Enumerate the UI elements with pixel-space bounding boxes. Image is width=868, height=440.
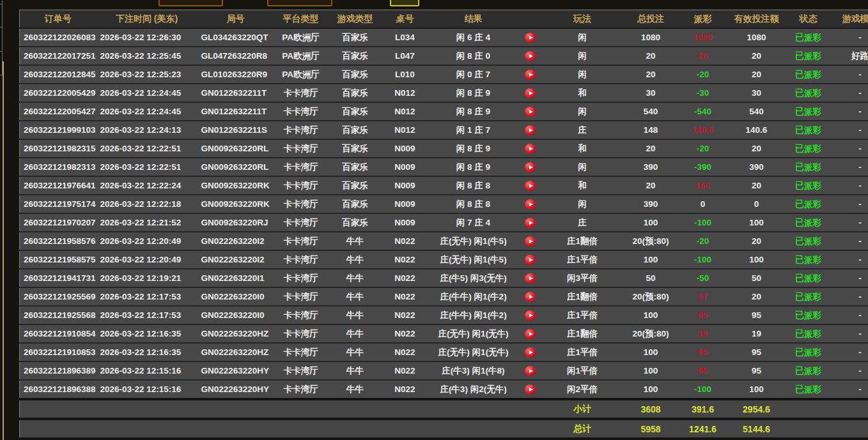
cell-replay (520, 28, 541, 47)
cell-replay (520, 176, 541, 195)
cell-platform: PA欧洲厅 (274, 65, 328, 84)
replay-play-button[interactable] (525, 162, 536, 172)
cell-table_no: N009 (383, 158, 428, 176)
replay-play-button[interactable] (525, 273, 536, 284)
cell-payout: 95 (678, 306, 728, 324)
cell-bet_time: 2026-03-22 12:15:16 (97, 380, 198, 399)
subtotal-row: 小计3608391.62954.6 (20, 399, 868, 419)
cell-status: 已派彩 (786, 306, 832, 324)
cell-status: 已派彩 (786, 361, 832, 380)
cell-game_type: 牛牛 (328, 343, 383, 361)
cell-game_type: 牛牛 (328, 269, 383, 287)
cell-status: 已派彩 (786, 195, 832, 213)
total-row-spacer-end (786, 419, 868, 439)
table-row: 2603221219417312026-03-22 12:19:21GN0222… (20, 269, 868, 287)
cell-payout: -20 (678, 65, 728, 84)
cell-platform: 卡卡湾厅 (274, 324, 328, 343)
top-button-fragment-active[interactable] (390, 0, 419, 6)
cell-order_id: 260322121982315 (20, 139, 97, 158)
cell-play: 庄 (541, 213, 624, 232)
cell-result: 庄(牛5) 闲3(无牛) (428, 269, 520, 287)
play-icon (529, 36, 533, 40)
cell-platform: PA欧洲厅 (274, 28, 328, 47)
cell-game_type: 百家乐 (328, 28, 383, 47)
cell-platform: 卡卡湾厅 (274, 343, 328, 361)
replay-play-button[interactable] (525, 88, 536, 98)
replay-play-button[interactable] (525, 144, 536, 154)
cell-round_id: GL047263220R8 (198, 47, 274, 65)
cell-order_id: 260322121976641 (20, 176, 97, 195)
cell-replay (520, 287, 541, 306)
cell-game_type: 百家乐 (328, 65, 383, 84)
col-header-game_mode: 游戏模式 (832, 10, 868, 29)
cell-game_type: 牛牛 (328, 306, 383, 324)
cell-result: 闲 1 庄 7 (428, 121, 520, 139)
cell-game_type: 百家乐 (328, 213, 383, 232)
replay-play-button[interactable] (525, 51, 536, 61)
replay-play-button[interactable] (525, 218, 536, 228)
cell-table_no: N022 (383, 324, 428, 343)
replay-play-button[interactable] (525, 70, 536, 80)
cell-replay (520, 84, 541, 102)
cell-valid_bet: 100 (728, 213, 786, 232)
replay-play-button[interactable] (525, 125, 536, 135)
cell-bet_time: 2026-03-22 12:16:35 (97, 324, 198, 343)
cell-payout: -100 (678, 250, 728, 269)
replay-play-button[interactable] (525, 255, 536, 265)
cell-total_bet: 148 (624, 121, 678, 139)
cell-round_id: GN022263220I0 (198, 287, 274, 306)
cell-play: 庄1翻倍 (541, 287, 624, 306)
cell-play: 闲3平倍 (541, 269, 624, 287)
cell-play: 闲1平倍 (541, 361, 624, 380)
replay-play-button[interactable] (525, 199, 536, 209)
cell-payout: 140.6 (678, 121, 728, 139)
replay-play-button[interactable] (525, 181, 536, 191)
cell-play: 闲 (541, 47, 624, 65)
cell-round_id: GN022263220HZ (198, 343, 274, 361)
cell-order_id: 260322121982313 (20, 158, 97, 176)
top-button-fragment-2[interactable] (267, 0, 332, 6)
cell-result: 闲 8 庄 9 (428, 158, 520, 176)
cell-game_mode: - (832, 176, 868, 195)
cell-bet_time: 2026-03-22 12:26:30 (97, 28, 198, 47)
table-row: 2603221219766412026-03-22 12:22:24GN0092… (20, 176, 868, 195)
replay-play-button[interactable] (525, 366, 536, 376)
cell-status: 已派彩 (786, 139, 832, 158)
replay-play-button[interactable] (525, 310, 536, 321)
replay-play-button[interactable] (525, 292, 536, 302)
top-button-fragment-1[interactable] (159, 0, 223, 6)
cell-round_id: GN009263220RJ (198, 213, 274, 232)
replay-play-button[interactable] (525, 329, 536, 339)
play-icon (529, 165, 533, 169)
cell-bet_time: 2026-03-22 12:24:45 (97, 84, 198, 102)
cell-order_id: 260322122012845 (20, 65, 97, 84)
col-header-round_id: 局号 (198, 10, 274, 29)
total-row-spacer-end (786, 399, 868, 419)
cell-play: 闲 (541, 28, 624, 47)
cell-valid_bet: 19 (728, 324, 786, 343)
col-header-order_id: 订单号 (20, 10, 97, 29)
cell-round_id: GN0122632211S (198, 121, 274, 139)
cell-table_no: N009 (383, 213, 428, 232)
replay-play-button[interactable] (525, 236, 536, 247)
cell-order_id: 260322121925569 (20, 287, 97, 306)
cell-platform: 卡卡湾厅 (274, 213, 328, 232)
table-row: 2603221218963882026-03-22 12:15:16GN0222… (20, 380, 868, 399)
replay-play-button[interactable] (525, 384, 536, 395)
col-header-bet_time: 下注时间 (美东) (97, 10, 198, 29)
cell-platform: 卡卡湾厅 (274, 176, 328, 195)
replay-play-button[interactable] (525, 33, 536, 43)
replay-play-button[interactable] (525, 347, 536, 358)
play-icon (529, 277, 533, 280)
bet-records-table: 订单号下注时间 (美东)局号平台类型游戏类型桌号结果玩法总投注派彩有效投注额状态… (19, 10, 868, 439)
cell-game_mode: - (832, 84, 868, 102)
cell-total_bet: 100 (624, 380, 678, 399)
col-header-total_bet: 总投注 (624, 10, 678, 29)
cell-payout: -100 (678, 213, 728, 232)
cell-replay (520, 269, 541, 287)
replay-play-button[interactable] (525, 107, 536, 117)
cell-table_no: N012 (383, 84, 428, 102)
cell-total_bet: 390 (624, 195, 678, 213)
cell-payout: -20 (678, 232, 728, 250)
cell-bet_time: 2026-03-22 12:15:16 (97, 361, 198, 380)
